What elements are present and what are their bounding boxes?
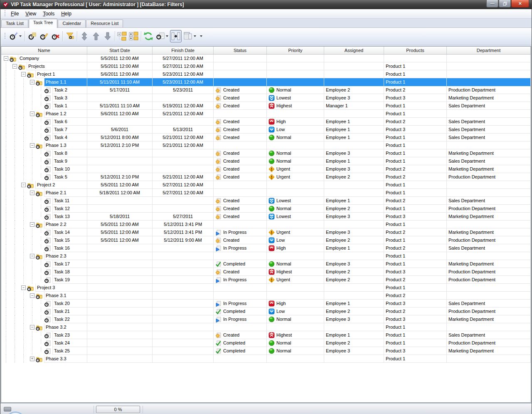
menu-help[interactable]: Help bbox=[58, 10, 75, 18]
reports-button[interactable] bbox=[154, 30, 170, 42]
table-row-phase-1.1[interactable]: −Phase 1.15/11/2011 11:10 AM5/23/2011 12… bbox=[1, 78, 531, 86]
collapse-toggle[interactable]: − bbox=[30, 254, 34, 258]
menu-tools[interactable]: Tools bbox=[39, 10, 58, 18]
table-row-phase-2.1[interactable]: −Phase 2.15/18/2011 12:00 AM5/27/2011 12… bbox=[1, 189, 531, 197]
table-row-task-2[interactable]: Task 25/17/20115/23/2011CreatedNormalEmp… bbox=[1, 86, 531, 94]
table-row-task-22[interactable]: Task 22In ProgressNormalEmployee 3Produc… bbox=[1, 315, 531, 323]
table-row-task-1[interactable]: Task 15/11/2011 11:10 AM5/19/2011 12:00 … bbox=[1, 102, 531, 110]
column-header-name[interactable]: Name bbox=[1, 47, 87, 54]
edit-task-button[interactable] bbox=[38, 30, 49, 42]
table-row-task-7[interactable]: Task 75/6/20115/13/2011CreatedLowEmploye… bbox=[1, 126, 531, 134]
collapse-toggle[interactable]: − bbox=[21, 285, 26, 290]
collapse-toggle[interactable]: − bbox=[30, 293, 34, 298]
tree-guide bbox=[12, 197, 21, 205]
column-header-finish-date[interactable]: Finish Date bbox=[153, 47, 214, 54]
table-row-project-1[interactable]: −Project 15/6/2011 12:00 AM5/23/2011 12:… bbox=[1, 70, 531, 78]
restore-button[interactable] bbox=[499, 0, 511, 7]
menu-file[interactable]: File bbox=[7, 10, 22, 18]
table-row-task-12[interactable]: Task 12CreatedNormalEmployee 2Product 1P… bbox=[1, 205, 531, 213]
expand-toggle[interactable]: + bbox=[30, 357, 34, 361]
table-row-phase-1.2[interactable]: −Phase 1.25/6/2011 12:00 AM5/21/2011 12:… bbox=[1, 110, 531, 118]
collapse-toggle[interactable]: − bbox=[30, 191, 34, 195]
fit-columns-button[interactable] bbox=[170, 30, 182, 42]
table-row-task-14[interactable]: Task 145/5/2011 12:00 AM5/12/2011 3:41 P… bbox=[1, 228, 531, 236]
table-row-task-24[interactable]: Task 24CompletedNormalEmployee 2Product … bbox=[1, 339, 531, 347]
table-row-task-6[interactable]: Task 6CreatedHighEmployee 1Product 2Sale… bbox=[1, 118, 531, 126]
column-header-start-date[interactable]: Start Date bbox=[87, 47, 153, 54]
collapse-toggle[interactable]: − bbox=[12, 64, 17, 69]
table-row-task-16[interactable]: Task 16In ProgressHighEmployee 1Product … bbox=[1, 244, 531, 252]
table-row-task-13[interactable]: Task 135/18/20115/27/2011CreatedLowestEm… bbox=[1, 213, 531, 221]
collapse-toggle[interactable]: − bbox=[21, 183, 26, 187]
toolbar-overflow-icon[interactable] bbox=[197, 30, 204, 42]
table-row-task-23[interactable]: Task 23CreatedHighestEmployee 1Product 1… bbox=[1, 331, 531, 339]
close-button[interactable]: ✕ bbox=[511, 0, 529, 7]
table-row-task-21[interactable]: Task 21CompletedLowEmployee 2Product 2Pr… bbox=[1, 307, 531, 315]
table-row-task-20[interactable]: Task 20In ProgressHighEmployee 1Product … bbox=[1, 300, 531, 307]
menu-view[interactable]: View bbox=[22, 10, 39, 18]
expand-all-button[interactable] bbox=[128, 30, 140, 42]
table-row-phase-3.2[interactable]: −Phase 3.2Product 1 bbox=[1, 323, 531, 331]
move-up-button[interactable] bbox=[90, 30, 102, 42]
collapse-toggle[interactable]: − bbox=[30, 222, 34, 227]
customize-columns-button[interactable] bbox=[182, 30, 197, 42]
tab-resource-list[interactable]: Resource List bbox=[86, 20, 123, 27]
table-row-phase-2.2[interactable]: −Phase 2.25/5/2011 12:00 AM5/12/2011 3:4… bbox=[1, 221, 531, 228]
collapse-toggle[interactable]: − bbox=[30, 143, 34, 148]
table-row-phase-3.1[interactable]: −Phase 3.1Product 2 bbox=[1, 292, 531, 300]
table-row-task-18[interactable]: Task 18CreatedHighestEmployee 2Product 3… bbox=[1, 268, 531, 276]
menubar-grip[interactable] bbox=[4, 10, 6, 17]
products-cell: Product 3 bbox=[384, 94, 447, 102]
tree-guide bbox=[21, 197, 30, 205]
column-header-status[interactable]: Status bbox=[214, 47, 267, 54]
collapse-toggle[interactable]: − bbox=[30, 325, 34, 330]
status-cell bbox=[214, 323, 267, 331]
table-row-phase-3.3[interactable]: +Phase 3.3Product 1 bbox=[1, 355, 531, 363]
column-header-assigned[interactable]: Assigned bbox=[324, 47, 384, 54]
move-up-down-button[interactable] bbox=[79, 30, 90, 42]
collapse-toggle[interactable]: − bbox=[21, 72, 26, 77]
table-row-task-5[interactable]: Task 55/12/2011 2:10 PM5/21/2011 12:00 A… bbox=[1, 173, 531, 181]
table-row-task-11[interactable]: Task 11CreatedLowestEmployee 1Product 2S… bbox=[1, 197, 531, 205]
column-header-products[interactable]: Products bbox=[384, 47, 447, 54]
table-row-task-15[interactable]: Task 155/5/2011 12:00 AM5/12/2011 9:00 A… bbox=[1, 236, 531, 244]
task-name-label: Task 1 bbox=[52, 102, 87, 110]
table-row-task-19[interactable]: Task 19In ProgressUrgentEmployee 2Produc… bbox=[1, 276, 531, 284]
tab-task-list[interactable]: Task List bbox=[1, 20, 28, 27]
table-row-task-9[interactable]: Task 9CreatedNormalEmployee 1Product 1Sa… bbox=[1, 157, 531, 165]
table-row-project-3[interactable]: −Project 3Product 1 bbox=[1, 284, 531, 292]
refresh-button[interactable] bbox=[143, 30, 154, 42]
table-row-task-8[interactable]: Task 8CreatedNormalEmployee 3Product 1Ma… bbox=[1, 149, 531, 157]
title-bar[interactable]: VIP Task Manager Professional [ User: Ad… bbox=[0, 0, 532, 9]
new-task-button[interactable] bbox=[7, 30, 23, 42]
table-row-project-2[interactable]: −Project 25/5/2011 12:00 AM5/27/2011 12:… bbox=[1, 181, 531, 189]
table-row-task-25[interactable]: Task 25CompletedNormalEmployee 3Product … bbox=[1, 347, 531, 355]
collapse-toggle[interactable]: − bbox=[4, 56, 8, 61]
column-header-priority[interactable]: Priority bbox=[267, 47, 324, 54]
column-header-department[interactable]: Department bbox=[447, 47, 531, 54]
minimize-button[interactable]: — bbox=[486, 0, 498, 7]
tree-name-cell: Task 23 bbox=[1, 331, 87, 339]
table-row-task-17[interactable]: Task 17CompletedNormalEmployee 3Product … bbox=[1, 260, 531, 268]
collapse-all-button[interactable] bbox=[116, 30, 128, 42]
add-task-button[interactable] bbox=[26, 30, 38, 42]
table-row-phase-1.3[interactable]: −Phase 1.35/12/2011 2:10 PM5/21/2011 12:… bbox=[1, 141, 531, 149]
products-cell: Product 1 bbox=[384, 141, 447, 149]
table-row-projects[interactable]: −Projects5/5/2011 12:00 AM5/27/2011 12:0… bbox=[1, 62, 531, 70]
table-row-task-4[interactable]: Task 45/12/2011 8:00 AM5/21/2011 12:00 A… bbox=[1, 134, 531, 141]
tab-task-tree[interactable]: Task Tree bbox=[29, 19, 58, 28]
task-clock-icon bbox=[44, 316, 51, 323]
finish-date-cell bbox=[153, 94, 214, 102]
move-down-button[interactable] bbox=[102, 30, 113, 42]
tab-calendar[interactable]: Calendar bbox=[58, 20, 86, 27]
table-row-task-3[interactable]: Task 3CreatedLowestEmployee 3Product 3Ma… bbox=[1, 94, 531, 102]
table-row-company[interactable]: −Company5/5/2011 12:00 AM5/27/2011 12:00… bbox=[1, 55, 531, 62]
filter-button[interactable] bbox=[64, 30, 76, 42]
collapse-toggle[interactable]: − bbox=[30, 112, 34, 116]
table-row-task-10[interactable]: Task 10CreatedUrgentEmployee 3Product 2M… bbox=[1, 165, 531, 173]
collapse-toggle[interactable]: − bbox=[30, 80, 34, 84]
start-date-cell bbox=[87, 292, 153, 300]
table-row-phase-2.3[interactable]: −Phase 2.3Product 1 bbox=[1, 252, 531, 260]
delete-task-button[interactable] bbox=[49, 30, 61, 42]
toolbar-grip[interactable] bbox=[4, 33, 6, 40]
